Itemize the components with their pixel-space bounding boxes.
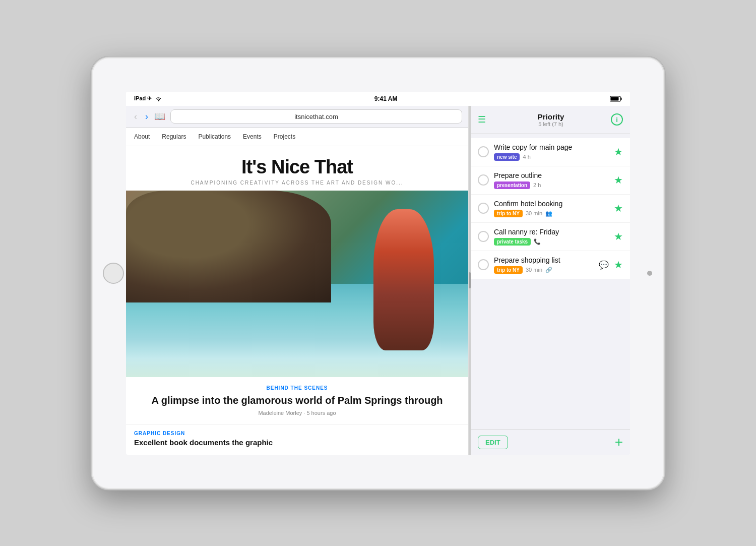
task-list: Write copy for main page new site 4 h ★ [471,134,630,430]
browser-panel: ‹ › 📖 itsnicethat.com About Regulars Pub… [126,106,469,455]
address-bar[interactable]: itsnicethat.com [170,109,462,124]
task-5-link-icon: 🔗 [545,267,552,273]
browser-content: It's Nice That CHAMPIONING CREATIVITY AC… [126,146,468,455]
split-view: ‹ › 📖 itsnicethat.com About Regulars Pub… [126,106,630,455]
task-3-tag[interactable]: trip to NY [494,210,523,217]
screen: iPad ✈ 9:41 AM [126,92,630,455]
panel-divider[interactable] [469,106,471,455]
article-2-title: Excellent book documents the graphic [134,438,460,447]
task-1-star[interactable]: ★ [614,146,623,158]
task-2-duration: 2 h [533,182,541,188]
task-item: Confirm hotel booking trip to NY 30 min … [471,195,630,223]
task-panel: ☰ Priority 5 left (7 h) i Write copy for… [471,106,630,455]
site-nav: About Regulars Publications Events Proje… [126,128,468,146]
task-3-meta: trip to NY 30 min 👥 [494,210,609,217]
home-button[interactable] [103,263,124,284]
article-1-meta: Madeleine Morley · 5 hours ago [134,410,460,416]
wifi-icon [155,96,162,101]
task-1-title: Write copy for main page [494,143,609,151]
side-button [647,271,652,276]
nav-publications[interactable]: Publications [198,133,231,140]
article-1-category: BEHIND THE SCENES [134,385,460,391]
task-5-checkbox[interactable] [478,259,489,270]
svg-rect-2 [621,97,622,100]
task-5-comment-icon[interactable]: 💬 [599,260,609,270]
task-4-checkbox[interactable] [478,231,489,242]
bookmarks-icon[interactable]: 📖 [154,111,165,122]
edit-button[interactable]: EDIT [478,436,508,449]
task-3-title: Confirm hotel booking [494,200,609,208]
task-2-meta: presentation 2 h [494,181,609,189]
nav-about[interactable]: About [134,133,150,140]
task-2-content: Prepare outline presentation 2 h [494,171,609,189]
task-3-people-icon: 👥 [545,210,552,217]
forward-button[interactable]: › [143,110,150,123]
task-2-tag[interactable]: presentation [494,181,530,189]
task-5-content: Prepare shopping list trip to NY 30 min … [494,256,594,274]
task-item: Call nanny re: Friday private tasks 📞 ★ [471,223,630,251]
task-header: ☰ Priority 5 left (7 h) i [471,106,630,134]
site-header: It's Nice That CHAMPIONING CREATIVITY AC… [126,146,468,191]
task-footer: EDIT + [471,430,630,455]
task-3-checkbox[interactable] [478,203,489,214]
ipad-frame: iPad ✈ 9:41 AM [91,56,665,490]
task-3-star[interactable]: ★ [614,202,623,214]
nav-projects[interactable]: Projects [274,133,295,140]
task-item: Prepare outline presentation 2 h ★ [471,166,630,195]
back-button[interactable]: ‹ [132,110,139,123]
task-4-star[interactable]: ★ [614,230,623,242]
battery-icon [610,96,622,102]
status-left: iPad ✈ [134,95,162,102]
browser-toolbar: ‹ › 📖 itsnicethat.com [126,106,468,128]
article-1: BEHIND THE SCENES A glimpse into the gla… [126,377,468,424]
task-2-title: Prepare outline [494,171,609,179]
task-1-duration: 4 h [523,154,530,160]
task-header-center: Priority 5 left (7 h) [491,112,611,127]
task-1-checkbox[interactable] [478,146,489,157]
task-5-title: Prepare shopping list [494,256,594,264]
info-button[interactable]: i [611,113,623,126]
article-2: GRAPHIC DESIGN Excellent book documents … [126,424,468,455]
ipad-label: iPad ✈ [134,95,152,102]
task-1-tag[interactable]: new site [494,153,520,161]
task-4-meta: private tasks 📞 [494,238,609,246]
task-4-content: Call nanny re: Friday private tasks 📞 [494,228,609,246]
task-4-phone-icon: 📞 [534,238,541,245]
task-list-subtitle: 5 left (7 h) [491,121,611,127]
task-2-star[interactable]: ★ [614,174,623,186]
task-1-meta: new site 4 h [494,153,609,161]
site-tagline: CHAMPIONING CREATIVITY ACROSS THE ART AN… [126,180,468,186]
svg-point-0 [158,100,159,101]
task-1-content: Write copy for main page new site 4 h [494,143,609,161]
hero-figure [373,209,434,350]
task-3-content: Confirm hotel booking trip to NY 30 min … [494,200,609,217]
status-bar: iPad ✈ 9:41 AM [126,92,630,106]
task-3-duration: 30 min [526,210,542,216]
task-item: Prepare shopping list trip to NY 30 min … [471,251,630,279]
task-4-tag[interactable]: private tasks [494,238,531,246]
task-5-duration: 30 min [526,267,542,273]
task-4-title: Call nanny re: Friday [494,228,609,236]
nav-regulars[interactable]: Regulars [162,133,186,140]
article-2-category: GRAPHIC DESIGN [134,424,460,436]
site-title: It's Nice That [126,156,468,178]
status-time: 9:41 AM [374,95,398,102]
hero-image [126,191,468,377]
menu-icon[interactable]: ☰ [478,114,486,125]
task-5-tag[interactable]: trip to NY [494,266,523,274]
task-list-title: Priority [491,112,611,121]
svg-rect-3 [611,97,619,100]
article-1-title: A glimpse into the glamorous world of Pa… [134,394,460,407]
status-right [610,96,622,102]
task-5-meta: trip to NY 30 min 🔗 [494,266,594,274]
add-task-button[interactable]: + [615,435,623,449]
nav-events[interactable]: Events [243,133,262,140]
task-5-star[interactable]: ★ [614,259,623,271]
task-item: Write copy for main page new site 4 h ★ [471,138,630,166]
url-text: itsnicethat.com [294,113,338,120]
task-2-checkbox[interactable] [478,174,489,186]
browser-nav: ‹ › 📖 [132,110,165,123]
